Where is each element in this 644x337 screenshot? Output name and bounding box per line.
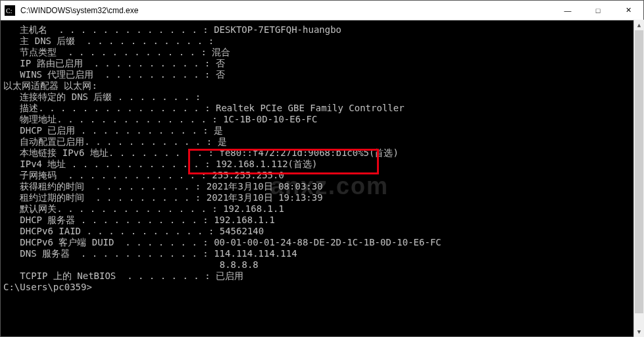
output-line-adp-3: DHCP 已启用 . . . . . . . . . . . : 是 <box>3 125 641 136</box>
separator-dots: . . . . . . . . . : <box>84 192 206 203</box>
output-line-top-3: IP 路由已启用 . . . . . . . . . . : 否 <box>3 58 641 69</box>
separator-dots: . . . . . . . . . . . : <box>70 248 214 259</box>
field-label: TCPIP 上的 NetBIOS <box>3 271 116 282</box>
separator-dots: . . . . . . . . . . . . . : <box>62 203 223 215</box>
field-value: 192.168.1.112(首选) <box>216 159 317 170</box>
output-line-adp-1: 描述. . . . . . . . . . . . . . . : Realte… <box>3 103 641 114</box>
field-value: Realtek PCIe GBE Family Controller <box>216 103 405 114</box>
field-label: 节点类型 <box>3 47 57 58</box>
separator-dots: . . . . . . . . . . . . . . : <box>44 103 216 114</box>
output-line-top-0: 主机名 . . . . . . . . . . . . . : DESKTOP-… <box>3 24 641 36</box>
field-value: 是 <box>214 125 223 136</box>
field-value: 混合 <box>212 47 230 58</box>
output-line-top-2: 节点类型 . . . . . . . . . . . . : 混合 <box>3 47 641 58</box>
output-line-adp-16: TCPIP 上的 NetBIOS . . . . . . . : 已启用 <box>3 271 641 282</box>
cmd-icon: C: <box>5 5 15 16</box>
separator-dots: . . . . . . . . . . . : <box>75 215 214 226</box>
field-label: DNS 服务器 <box>3 248 70 259</box>
field-value: fe80::f472:271d:9068:b1c0%5(首选) <box>219 147 398 159</box>
separator-dots: . . . . . . . : <box>116 271 216 282</box>
field-value: 否 <box>216 69 225 80</box>
field-value: 192.168.1.1 <box>214 215 275 226</box>
field-label: DHCPv6 IAID <box>3 226 81 237</box>
field-value: 2021年3月10日 08:03:30 <box>207 181 323 192</box>
output-line-adp-12: DHCPv6 IAID . . . . . . . . . . . : 5456… <box>3 226 641 237</box>
separator-dots: . . . . . . . . . . . : <box>81 226 220 237</box>
field-value: 114.114.114.114 <box>214 248 297 259</box>
cmd-window: C: C:\WINDOWS\system32\cmd.exe — □ ✕ 主机名… <box>0 0 644 337</box>
command-prompt[interactable]: C:\Users\pc0359> <box>3 282 641 293</box>
output-line-adp-15: 8.8.8.8 <box>3 259 641 271</box>
field-value: 否 <box>216 58 225 69</box>
output-line-adp-5: 本地链接 IPv6 地址. . . . . . . . . : fe80::f4… <box>3 147 641 159</box>
output-line-adp-8: 获得租约的时间 . . . . . . . . . : 2021年3月10日 0… <box>3 181 641 192</box>
separator-dots <box>3 259 220 271</box>
scroll-down-arrow[interactable]: ▼ <box>634 326 644 337</box>
output-line-adp-0: 连接特定的 DNS 后缀 . . . . . . . : <box>3 91 641 103</box>
field-label: 主机名 <box>3 24 47 36</box>
minimize-button[interactable]: — <box>553 1 583 20</box>
field-label: IPv4 地址 <box>3 159 66 170</box>
field-label: 获得租约的时间 <box>3 181 84 192</box>
field-label: 本地链接 IPv6 地址. <box>3 147 114 159</box>
field-value: 已启用 <box>216 271 243 282</box>
field-label: 主 DNS 后缀 <box>3 36 75 47</box>
terminal-output[interactable]: 主机名 . . . . . . . . . . . . . : DESKTOP-… <box>1 20 643 336</box>
separator-dots: . . . . . . . . . : <box>93 69 215 80</box>
output-line-adp-7: 子网掩码 . . . . . . . . . . . . : 255.255.2… <box>3 170 641 181</box>
output-line-adp-14: DNS 服务器 . . . . . . . . . . . : 114.114.… <box>3 248 641 259</box>
field-value: 是 <box>218 136 227 147</box>
field-value: 255.255.255.0 <box>212 170 284 181</box>
svg-text:C:: C: <box>6 7 12 14</box>
separator-dots: . . . . . . . : <box>112 91 201 103</box>
field-label: 子网掩码 <box>3 170 57 181</box>
output-line-top-1: 主 DNS 后缀 . . . . . . . . . . . : <box>3 36 641 47</box>
separator-dots: . . . . . . . . . . . . : <box>66 159 216 170</box>
field-label: 描述. <box>3 103 44 114</box>
output-line-adp-10: 默认网关. . . . . . . . . . . . . . : 192.16… <box>3 203 641 215</box>
field-label: 默认网关. <box>3 203 62 215</box>
vertical-scrollbar[interactable]: ▲ ▼ <box>633 20 644 337</box>
separator-dots: . . . . . . . . : <box>114 147 219 159</box>
output-line-top-4: WINS 代理已启用 . . . . . . . . . : 否 <box>3 69 641 80</box>
output-line-adp-6: IPv4 地址 . . . . . . . . . . . . : 192.16… <box>3 159 641 170</box>
output-line-adp-11: DHCP 服务器 . . . . . . . . . . . : 192.168… <box>3 215 641 226</box>
separator-dots: . . . . . . . . . . : <box>90 136 218 147</box>
separator-dots: . . . . . . . . . . . . : <box>57 170 212 181</box>
field-label: IP 路由已启用 <box>3 58 83 69</box>
output-line-adp-2: 物理地址. . . . . . . . . . . . . . : 1C-1B-… <box>3 114 641 125</box>
field-label: WINS 代理已启用 <box>3 69 93 80</box>
field-value: 8.8.8.8 <box>220 259 259 271</box>
field-value: 192.168.1.1 <box>223 203 284 215</box>
separator-dots: . . . . . . . . . . . . . : <box>62 114 223 125</box>
scroll-thumb[interactable] <box>635 30 643 313</box>
field-label: DHCP 已启用 <box>3 125 75 136</box>
close-button[interactable]: ✕ <box>613 1 643 20</box>
field-value: 2021年3月10日 19:13:39 <box>207 192 323 203</box>
separator-dots: . . . . . . . . . . . . : <box>57 47 212 58</box>
separator-dots: . . . . . . . . . . . : <box>75 36 214 47</box>
field-value: 00-01-00-01-24-88-DE-2D-1C-1B-0D-10-E6-F… <box>214 237 441 248</box>
output-line-adp-4: 自动配置已启用. . . . . . . . . . . : 是 <box>3 136 641 147</box>
separator-dots: . . . . . . . . . . . : <box>75 125 214 136</box>
field-label: DHCP 服务器 <box>3 215 75 226</box>
separator-dots: . . . . . . . . . . : <box>83 58 216 69</box>
field-value: 1C-1B-0D-10-E6-FC <box>223 114 317 125</box>
separator-dots: . . . . . . . . . . . . . : <box>47 24 214 36</box>
separator-dots: . . . . . . . . . : <box>84 181 206 192</box>
output-line-adp-9: 租约过期的时间 . . . . . . . . . : 2021年3月10日 1… <box>3 192 641 203</box>
field-label: DHCPv6 客户端 DUID <box>3 237 114 248</box>
field-label: 物理地址. <box>3 114 62 125</box>
field-label: 连接特定的 DNS 后缀 <box>3 91 112 103</box>
field-label: 租约过期的时间 <box>3 192 84 203</box>
field-label: 自动配置已启用. <box>3 136 90 147</box>
titlebar[interactable]: C: C:\WINDOWS\system32\cmd.exe — □ ✕ <box>1 1 643 20</box>
scroll-up-arrow[interactable]: ▲ <box>634 20 644 30</box>
separator-dots: . . . . . . . : <box>114 237 214 248</box>
field-value: 54562140 <box>220 226 264 237</box>
field-value: DESKTOP-7ETGFQH-huangbo <box>214 24 341 36</box>
maximize-button[interactable]: □ <box>583 1 613 20</box>
window-title: C:\WINDOWS\system32\cmd.exe <box>19 6 553 15</box>
adapter-heading: 以太网适配器 以太网: <box>3 80 641 91</box>
window-controls: — □ ✕ <box>553 1 643 20</box>
